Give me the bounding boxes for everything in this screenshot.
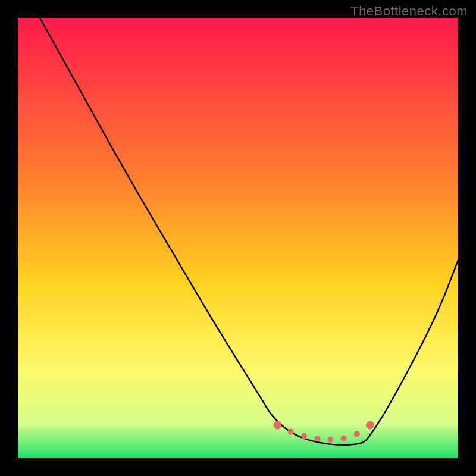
chart-svg [18, 18, 458, 458]
optimal-band-dot [354, 431, 360, 437]
optimal-band-dot [314, 436, 320, 441]
optimal-band-dot [327, 437, 333, 443]
optimal-band-dot [341, 436, 347, 441]
watermark-text: TheBottleneck.com [350, 4, 468, 19]
optimal-band-dot [301, 433, 307, 439]
chart-frame: TheBottleneck.com [0, 0, 476, 476]
optimal-band-dot [366, 421, 374, 430]
chart-plot-area [18, 18, 458, 458]
optimal-band-dot [288, 429, 294, 435]
optimal-band-dot [274, 421, 282, 430]
gradient-background [18, 18, 458, 458]
